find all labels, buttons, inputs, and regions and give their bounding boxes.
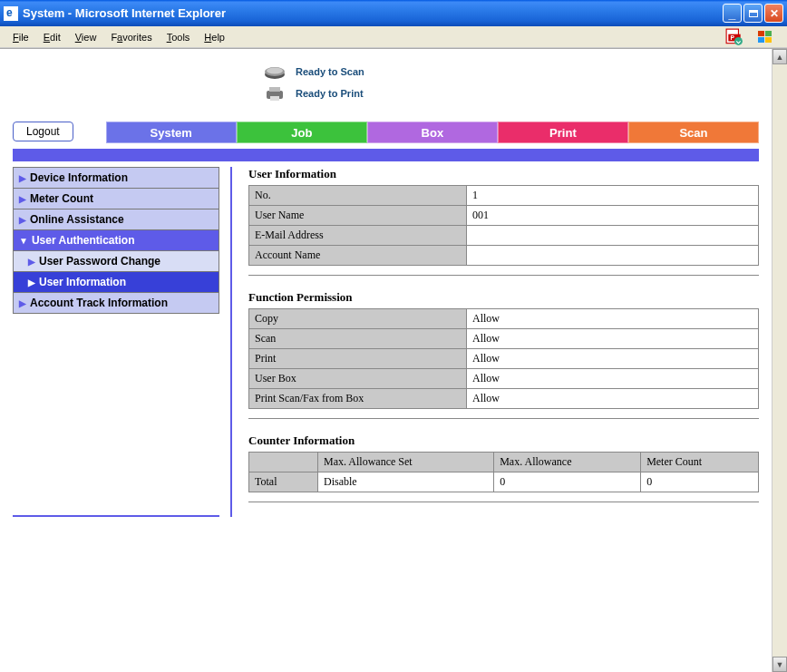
menu-tools[interactable]: Tools bbox=[160, 30, 198, 44]
vertical-scrollbar[interactable]: ▲ ▼ bbox=[772, 49, 787, 672]
svg-rect-4 bbox=[758, 31, 764, 36]
svg-point-10 bbox=[267, 68, 283, 74]
menu-file[interactable]: File bbox=[5, 30, 36, 44]
tab-print[interactable]: Print bbox=[498, 122, 628, 143]
svg-rect-7 bbox=[765, 37, 772, 43]
table-row: Account Name bbox=[249, 246, 759, 266]
sidebar-user-auth[interactable]: ▼User Authentication bbox=[13, 229, 219, 250]
window-title: System - Microsoft Internet Explorer bbox=[23, 6, 723, 20]
arrow-right-icon: ▶ bbox=[19, 215, 26, 225]
sidebar-user-password-change[interactable]: ▶User Password Change bbox=[13, 250, 219, 271]
content-area: Ready to Scan Ready to Print Logout Syst… bbox=[0, 48, 787, 672]
cell-label: Total bbox=[249, 472, 318, 492]
cell-value: 0 bbox=[641, 472, 759, 492]
minimize-button[interactable]: _ bbox=[723, 4, 742, 23]
section-user-info: User Information No.1 User Name001 E-Mai… bbox=[248, 167, 759, 276]
cell-value bbox=[467, 246, 759, 266]
cell-value: 0 bbox=[494, 472, 641, 492]
menu-favorites[interactable]: Favorites bbox=[103, 30, 159, 44]
menu-edit[interactable]: Edit bbox=[36, 30, 68, 44]
table-row: CopyAllow bbox=[249, 309, 759, 329]
table-row: Total Disable 0 0 bbox=[249, 472, 759, 492]
svg-rect-5 bbox=[765, 31, 772, 36]
menu-help[interactable]: Help bbox=[197, 30, 232, 44]
sidebar-label: User Authentication bbox=[32, 234, 135, 247]
cell-label: Copy bbox=[249, 309, 467, 329]
ie-icon bbox=[4, 6, 18, 21]
counter-table: Max. Allowance Set Max. Allowance Meter … bbox=[248, 452, 759, 492]
device-status: Ready to Scan Ready to Print bbox=[0, 49, 772, 122]
svg-text:P: P bbox=[731, 34, 735, 41]
tab-box[interactable]: Box bbox=[367, 122, 498, 143]
section-title: Counter Information bbox=[248, 433, 759, 448]
cell-value: 001 bbox=[467, 206, 759, 226]
sidebar-label: Account Track Information bbox=[30, 297, 168, 309]
arrow-right-icon: ▶ bbox=[28, 278, 35, 287]
printer-icon bbox=[263, 85, 287, 102]
sidebar-label: User Password Change bbox=[39, 255, 160, 268]
header-cell: Meter Count bbox=[641, 453, 759, 472]
cell-label: User Box bbox=[249, 369, 467, 389]
cell-value: Allow bbox=[467, 349, 759, 369]
cell-value: Disable bbox=[318, 472, 494, 492]
table-row: User BoxAllow bbox=[249, 369, 759, 389]
window-titlebar: System - Microsoft Internet Explorer _ ✕ bbox=[0, 0, 787, 26]
sidebar-device-info[interactable]: ▶Device Information bbox=[13, 167, 219, 188]
cell-value: Allow bbox=[467, 309, 759, 329]
sidebar-label: Meter Count bbox=[30, 192, 93, 205]
window-controls: _ ✕ bbox=[723, 4, 783, 23]
header-cell bbox=[249, 453, 318, 472]
status-scan-row: Ready to Scan bbox=[263, 63, 772, 80]
table-row: ScanAllow bbox=[249, 329, 759, 349]
tab-system[interactable]: System bbox=[106, 122, 237, 143]
section-title: User Information bbox=[248, 167, 759, 181]
cell-label: E-Mail Address bbox=[249, 226, 467, 246]
arrow-right-icon: ▶ bbox=[28, 257, 35, 267]
sidebar-label: Online Assistance bbox=[30, 213, 124, 226]
arrow-right-icon: ▶ bbox=[19, 194, 26, 204]
cell-label: Account Name bbox=[249, 246, 467, 266]
divider bbox=[248, 275, 759, 276]
cell-value: Allow bbox=[467, 389, 759, 409]
sidebar-user-information[interactable]: ▶User Information bbox=[13, 271, 219, 292]
svg-point-3 bbox=[734, 37, 743, 45]
svg-rect-6 bbox=[758, 37, 764, 43]
sidebar-meter-count[interactable]: ▶Meter Count bbox=[13, 188, 219, 209]
logout-button[interactable]: Logout bbox=[13, 122, 73, 141]
status-print-row: Ready to Print bbox=[263, 85, 772, 102]
svg-rect-12 bbox=[269, 87, 280, 92]
tab-job[interactable]: Job bbox=[237, 122, 367, 143]
table-row: E-Mail Address bbox=[249, 226, 759, 246]
close-button[interactable]: ✕ bbox=[764, 4, 783, 23]
status-print-text: Ready to Print bbox=[296, 88, 364, 99]
svg-rect-13 bbox=[270, 96, 279, 101]
scroll-up-button[interactable]: ▲ bbox=[772, 49, 787, 64]
scanner-icon bbox=[263, 63, 287, 80]
main-panel: User Information No.1 User Name001 E-Mai… bbox=[230, 167, 759, 517]
menu-view[interactable]: View bbox=[68, 30, 104, 44]
cell-value: 1 bbox=[467, 186, 759, 206]
header-bar bbox=[13, 149, 759, 161]
section-function-permission: Function Permission CopyAllow ScanAllow … bbox=[248, 290, 759, 419]
windows-flag-icon[interactable] bbox=[754, 28, 776, 46]
user-info-table: No.1 User Name001 E-Mail Address Account… bbox=[248, 185, 759, 266]
scroll-down-button[interactable]: ▼ bbox=[772, 657, 787, 672]
function-permission-table: CopyAllow ScanAllow PrintAllow User BoxA… bbox=[248, 308, 759, 409]
pdf-icon[interactable]: P bbox=[725, 28, 743, 46]
arrow-right-icon: ▶ bbox=[19, 173, 26, 183]
cell-label: Print Scan/Fax from Box bbox=[249, 389, 467, 409]
cell-label: No. bbox=[249, 186, 467, 206]
header-cell: Max. Allowance bbox=[494, 453, 641, 472]
sidebar-label: Device Information bbox=[30, 171, 128, 184]
table-row: No.1 bbox=[249, 186, 759, 206]
sidebar: ▶Device Information ▶Meter Count ▶Online… bbox=[13, 167, 219, 517]
arrow-down-icon: ▼ bbox=[19, 236, 28, 246]
sidebar-online-assistance[interactable]: ▶Online Assistance bbox=[13, 209, 219, 229]
tab-scan[interactable]: Scan bbox=[628, 122, 759, 143]
cell-label: User Name bbox=[249, 206, 467, 226]
table-row: User Name001 bbox=[249, 206, 759, 226]
sidebar-account-track[interactable]: ▶Account Track Information bbox=[13, 292, 219, 314]
maximize-button[interactable] bbox=[743, 4, 763, 23]
cell-value bbox=[467, 226, 759, 246]
cell-value: Allow bbox=[467, 329, 759, 349]
